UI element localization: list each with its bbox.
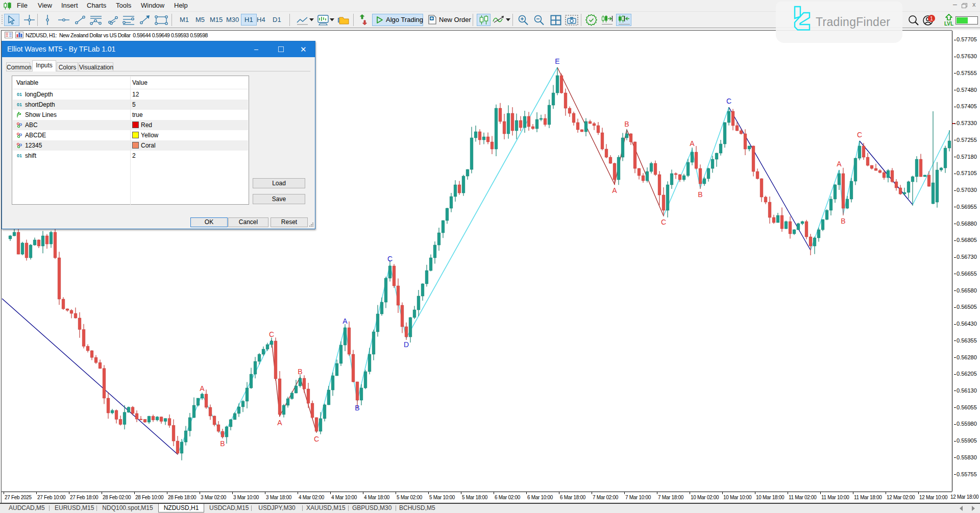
svg-text:B: B: [624, 120, 629, 128]
svg-text:C: C: [661, 218, 666, 226]
svg-text:D: D: [404, 340, 409, 349]
svg-text:B: B: [298, 368, 302, 376]
svg-text:A: A: [837, 160, 842, 168]
svg-text:B: B: [698, 190, 702, 199]
svg-text:A: A: [342, 317, 348, 325]
svg-text:C: C: [269, 330, 274, 338]
svg-text:A: A: [277, 419, 282, 427]
svg-text:C: C: [387, 255, 393, 263]
svg-text:C: C: [857, 131, 862, 139]
svg-text:C: C: [726, 97, 731, 105]
svg-text:B: B: [220, 439, 225, 448]
svg-text:LVL: LVL: [944, 21, 953, 26]
svg-text:E: E: [555, 57, 559, 65]
svg-text:1: 1: [930, 15, 933, 21]
svg-text:A: A: [612, 186, 617, 194]
svg-text:C: C: [314, 435, 319, 443]
svg-text:A: A: [690, 139, 695, 148]
svg-text:A: A: [200, 384, 205, 393]
svg-text:B: B: [355, 404, 359, 412]
svg-text:B: B: [841, 217, 845, 225]
